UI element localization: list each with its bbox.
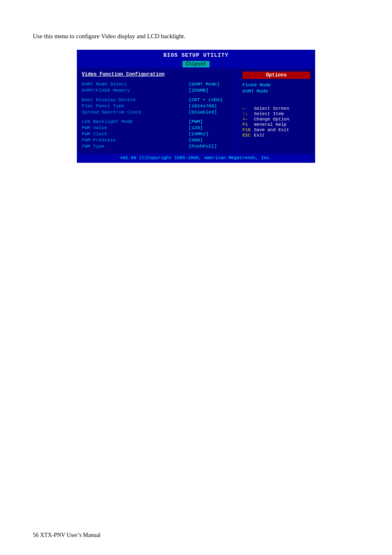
row-value-1: [256MB] <box>189 88 234 93</box>
row-label-1: DVMT/FIXED Memory <box>82 88 189 93</box>
key-row-save-exit: F10 Save and Exit <box>242 127 310 132</box>
key-help-panel: ← Select Screen ↑↓ Select Item +- Change… <box>242 106 310 138</box>
bios-container: BIOS SETUP UTILITY Chipset Video Functio… <box>77 50 315 163</box>
row-value-9: [PushPull] <box>189 143 234 149</box>
row-value-5: [PWM] <box>189 119 234 124</box>
table-row: DVMT Mode Select [DVMT Mode] <box>82 81 234 87</box>
bios-body: Video Function Configuration DVMT Mode S… <box>78 68 314 154</box>
key-row-change-option: +- Change Option <box>242 117 310 122</box>
key-desc-general-help: General Help <box>254 122 286 127</box>
row-label-9: PWM Type <box>82 143 189 149</box>
row-value-3: [1024x768] <box>189 103 234 109</box>
table-row: PWM Value [128] <box>82 125 234 130</box>
row-label-2: Boot Display Device <box>82 97 189 102</box>
row-value-2: [CRT + LVDS] <box>189 97 234 102</box>
bios-group-dvmt: DVMT Mode Select [DVMT Mode] DVMT/FIXED … <box>82 81 234 93</box>
bios-right-panel: Options Fixed Mode DVMT Mode ← Select Sc… <box>238 68 314 154</box>
bios-left-panel: Video Function Configuration DVMT Mode S… <box>78 68 238 154</box>
bios-title-bar: BIOS SETUP UTILITY <box>78 51 314 60</box>
section-header: Video Function Configuration <box>82 72 234 77</box>
bios-group-boot: Boot Display Device [CRT + LVDS] Flat Pa… <box>82 97 234 115</box>
row-value-4: [Disabled] <box>189 109 234 115</box>
row-value-0: [DVMT Mode] <box>189 81 234 87</box>
table-row: LCD Backlight Mode [PWM] <box>82 119 234 124</box>
row-label-6: PWM Value <box>82 125 189 130</box>
page-footer: 56 XTX-PNV User’s Manual <box>33 532 101 539</box>
option-item-1: DVMT Mode <box>242 88 310 94</box>
key-desc-esc: Exit <box>254 133 265 138</box>
table-row: PWM Clock [24Mhz] <box>82 131 234 136</box>
key-desc-select-item: Select Item <box>254 111 284 116</box>
row-value-8: [090] <box>189 137 234 143</box>
key-sym-plusminus: +- <box>242 117 254 122</box>
description-text: Use this menu to configure Video display… <box>33 33 359 40</box>
row-value-7: [24Mhz] <box>189 131 234 136</box>
key-desc-select-screen: Select Screen <box>254 106 289 111</box>
table-row: Flat Panel Type [1024x768] <box>82 103 234 109</box>
key-sym-updown: ↑↓ <box>242 111 254 116</box>
row-label-3: Flat Panel Type <box>82 103 189 109</box>
row-label-4: Spread Spectrum Clock <box>82 109 189 115</box>
row-label-5: LCD Backlight Mode <box>82 119 189 124</box>
bios-group-lcd: LCD Backlight Mode [PWM] PWM Value [128]… <box>82 119 234 149</box>
bios-tab-bar: Chipset <box>78 60 314 68</box>
table-row: Spread Spectrum Clock [Disabled] <box>82 109 234 115</box>
bios-tab-chipset[interactable]: Chipset <box>182 61 210 67</box>
key-sym-f10: F10 <box>242 127 254 132</box>
key-row-general-help: F1 General Help <box>242 122 310 127</box>
key-sym-esc: ESC <box>242 133 254 138</box>
row-value-6: [128] <box>189 125 234 130</box>
row-label-7: PWM Clock <box>82 131 189 136</box>
bios-title: BIOS SETUP UTILITY <box>164 52 228 58</box>
row-label-0: DVMT Mode Select <box>82 81 189 87</box>
bios-footer: v02.68 (C)Copyright 1985-2009, American … <box>78 154 314 162</box>
options-header: Options <box>242 72 310 79</box>
key-desc-change-option: Change Option <box>254 117 289 122</box>
option-item-0: Fixed Mode <box>242 82 310 88</box>
table-row: DVMT/FIXED Memory [256MB] <box>82 88 234 93</box>
row-label-8: PWM PreScale <box>82 137 189 143</box>
key-row-esc: ESC Exit <box>242 133 310 138</box>
key-desc-save-exit: Save and Exit <box>254 127 289 132</box>
page-content: Use this menu to configure Video display… <box>0 0 392 187</box>
key-row-select-item: ↑↓ Select Item <box>242 111 310 116</box>
table-row: PWM PreScale [090] <box>82 137 234 143</box>
key-sym-arrow: ← <box>242 106 254 111</box>
key-sym-f1: F1 <box>242 122 254 127</box>
key-row-select-screen: ← Select Screen <box>242 106 310 111</box>
table-row: Boot Display Device [CRT + LVDS] <box>82 97 234 102</box>
table-row: PWM Type [PushPull] <box>82 143 234 149</box>
